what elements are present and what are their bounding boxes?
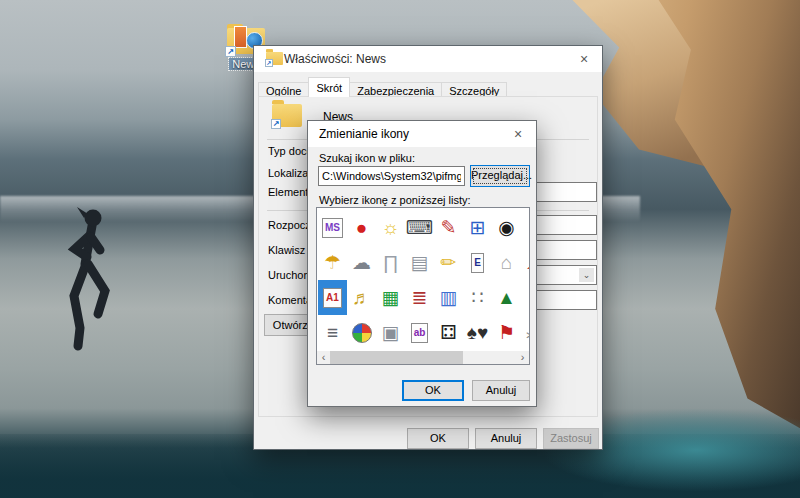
- icon-keyboard[interactable]: ⌨: [405, 210, 434, 245]
- icon-lollipop[interactable]: ●: [521, 280, 530, 315]
- icon-path-input[interactable]: [318, 166, 465, 186]
- icon-alphabet-block[interactable]: A1: [318, 280, 347, 315]
- tab-skrot[interactable]: Skrót: [308, 77, 350, 97]
- icon-storm-cloud[interactable]: ☁: [347, 245, 376, 280]
- chevron-down-icon[interactable]: ⌄: [579, 268, 594, 282]
- close-icon[interactable]: ×: [574, 50, 594, 68]
- apply-button[interactable]: Zastosuj: [543, 428, 599, 449]
- icon-eye-chart[interactable]: E: [463, 245, 492, 280]
- horizontal-scrollbar[interactable]: ‹ ›: [317, 351, 529, 364]
- close-icon[interactable]: ×: [508, 125, 528, 143]
- dialog-title: Zmienianie ikony: [319, 127, 409, 141]
- shortcut-target-icon: ↗: [272, 104, 302, 127]
- select-icon-label: Wybierz ikonę z poniższej listy:: [319, 194, 471, 206]
- properties-titlebar: ↗ Właściwości: News ×: [254, 46, 602, 72]
- icon-tuba[interactable]: ♬: [347, 280, 376, 315]
- icon-lightbulb[interactable]: ☼: [376, 210, 405, 245]
- scroll-left-icon[interactable]: ‹: [317, 351, 330, 364]
- icon-notepad[interactable]: ▥: [434, 280, 463, 315]
- icon-apple[interactable]: ●: [347, 210, 376, 245]
- icon-dice[interactable]: ⚃: [434, 315, 463, 350]
- icon-circuit-board[interactable]: ▦: [376, 280, 405, 315]
- scrollbar-thumb[interactable]: [330, 351, 463, 364]
- folder-content-thumbnail: [234, 26, 247, 48]
- ok-button[interactable]: OK: [407, 428, 469, 449]
- cancel-button[interactable]: Anuluj: [475, 428, 537, 449]
- window-icon: ↗: [266, 52, 283, 65]
- icon-file-cabinet[interactable]: ▤: [405, 245, 434, 280]
- icon-grid-cells: MS●☼⌨✎⊞◉▲☂☁∏▤✏E⌂☁A1♬▦≣▥∷▲●≡▣ab⚃♠♥⚑⁂: [318, 210, 530, 350]
- change-icon-dialog: Zmienianie ikony × Szukaj ikon w pliku: …: [307, 120, 537, 407]
- icon-newspaper[interactable]: ≡: [318, 315, 347, 350]
- icon-umbrella[interactable]: ☂: [318, 245, 347, 280]
- scroll-right-icon[interactable]: ›: [516, 351, 529, 364]
- icon-snow-cloud[interactable]: ☁: [521, 245, 530, 280]
- icon-christmas-tree[interactable]: ▲: [492, 280, 521, 315]
- ok-button[interactable]: OK: [402, 380, 464, 401]
- runner-silhouette: [40, 206, 132, 368]
- icon-window[interactable]: ⊞: [463, 210, 492, 245]
- shortcut-arrow-icon: ↗: [225, 46, 236, 57]
- icon-computer[interactable]: ▣: [376, 315, 405, 350]
- icon-statue-torch[interactable]: ▲: [521, 210, 530, 245]
- icon-column[interactable]: ∏: [376, 245, 405, 280]
- icon-ab-book[interactable]: ab: [405, 315, 434, 350]
- icon-list: MS●☼⌨✎⊞◉▲☂☁∏▤✏E⌂☁A1♬▦≣▥∷▲●≡▣ab⚃♠♥⚑⁂ ‹ ›: [316, 207, 530, 365]
- icon-crayon-paper[interactable]: ✎: [434, 210, 463, 245]
- icon-pencil[interactable]: ✏: [434, 245, 463, 280]
- icon-soccer-ball[interactable]: ◉: [492, 210, 521, 245]
- window-title: Właściwości: News: [284, 52, 386, 66]
- change-icon-titlebar: Zmienianie ikony ×: [308, 121, 536, 147]
- icon-playing-cards[interactable]: ♠♥: [463, 315, 492, 350]
- search-in-file-label: Szukaj ikon w pliku:: [319, 152, 415, 164]
- icon-traffic-light[interactable]: ⁂: [521, 315, 530, 350]
- icon-race-car[interactable]: ⚑: [492, 315, 521, 350]
- cancel-button[interactable]: Anuluj: [472, 380, 530, 401]
- browse-button[interactable]: Przeglądaj...: [470, 165, 530, 187]
- icon-beach-ball[interactable]: [347, 315, 376, 350]
- tab-strip: OgólneSkrótZabezpieczeniaSzczegółyPoprze…: [258, 79, 602, 97]
- icon-msdos[interactable]: MS: [318, 210, 347, 245]
- icon-handbag[interactable]: ⌂: [492, 245, 521, 280]
- icon-dominoes[interactable]: ∷: [463, 280, 492, 315]
- icon-address-book[interactable]: ≣: [405, 280, 434, 315]
